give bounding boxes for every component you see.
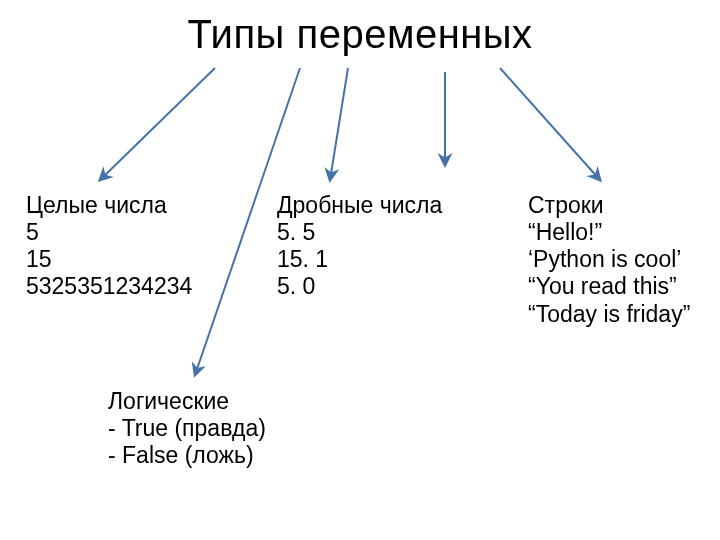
slide-title: Типы переменных bbox=[0, 12, 720, 57]
integers-heading: Целые числа bbox=[26, 192, 192, 219]
arrow-to-strings bbox=[500, 68, 600, 180]
strings-value-1: “Hello!” bbox=[528, 219, 690, 246]
floats-value-2: 15. 1 bbox=[277, 246, 442, 273]
slide: Типы переменных Целые числа 5 15 5325351… bbox=[0, 0, 720, 540]
floats-block: Дробные числа 5. 5 15. 1 5. 0 bbox=[277, 192, 442, 301]
arrow-to-floats bbox=[330, 68, 348, 180]
floats-heading: Дробные числа bbox=[277, 192, 442, 219]
integers-value-1: 5 bbox=[26, 219, 192, 246]
booleans-heading: Логические bbox=[108, 388, 266, 415]
strings-block: Строки “Hello!” ‘Python is cool’ “You re… bbox=[528, 192, 690, 328]
booleans-value-1: - True (правда) bbox=[108, 415, 266, 442]
integers-value-2: 15 bbox=[26, 246, 192, 273]
strings-heading: Строки bbox=[528, 192, 690, 219]
strings-value-3: “You read this” bbox=[528, 273, 690, 300]
floats-value-3: 5. 0 bbox=[277, 273, 442, 300]
integers-value-3: 5325351234234 bbox=[26, 273, 192, 300]
arrow-to-integers bbox=[100, 68, 215, 180]
floats-value-1: 5. 5 bbox=[277, 219, 442, 246]
integers-block: Целые числа 5 15 5325351234234 bbox=[26, 192, 192, 301]
booleans-block: Логические - True (правда) - False (ложь… bbox=[108, 388, 266, 469]
booleans-value-2: - False (ложь) bbox=[108, 442, 266, 469]
strings-value-2: ‘Python is cool’ bbox=[528, 246, 690, 273]
strings-value-4: “Today is friday” bbox=[528, 301, 690, 328]
